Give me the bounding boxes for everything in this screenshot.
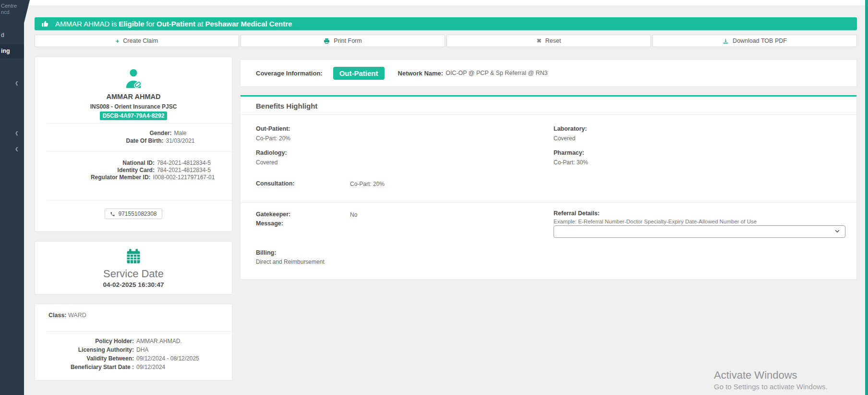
pharmacy-value: Co-Part: 30% [554, 159, 588, 166]
billing-label: Billing: [256, 249, 276, 256]
divider [241, 202, 856, 203]
chevron-left-icon[interactable]: ❮ [15, 81, 23, 86]
coverage-info-card: Coverage Information: Out-Patient Networ… [240, 59, 857, 87]
action-toolbar: + Create Claim Print Form ✖ Reset Downlo… [35, 35, 857, 47]
pharmacy-label: Pharmacy: [554, 149, 584, 156]
referral-hint: Example: E-Referral Number-Doctor Specia… [554, 219, 757, 224]
policy-holder-row: Policy Holder:AMMAR.AHMAD. [35, 338, 232, 345]
beneficiary-start-label: Beneficiary Start Date : [35, 364, 134, 370]
right-accent-strip [865, 0, 868, 395]
patient-name: AMMAR AHMAD [35, 93, 232, 100]
sidebar-corner-decoration [24, 0, 30, 23]
print-form-button[interactable]: Print Form [241, 35, 445, 47]
policy-card: Class: WARD Policy Holder:AMMAR.AHMAD. L… [35, 304, 232, 381]
laboratory-value: Covered [554, 135, 575, 142]
patient-card: AMMAR AHMAD INS008 - Orient Insurance PJ… [35, 57, 232, 232]
validity-between-label: Validity Between: [35, 355, 134, 362]
divider [47, 151, 232, 152]
sidebar: Centre ncd d ing ❮ ❮ ❮ [0, 0, 24, 395]
reset-label: Reset [545, 37, 561, 44]
benefits-highlight-card: Benefits Highlight Out-Patient: Co-Part:… [240, 95, 857, 280]
coverage-info-label: Coverage Information: [256, 70, 323, 77]
eligibility-banner: AMMAR AHMAD is Eligible for Out-Patient … [35, 17, 857, 30]
phone-icon [110, 211, 115, 217]
top-white-strip [24, 0, 868, 5]
banner-coverage: Out-Patient [157, 20, 195, 28]
calendar-icon [35, 247, 232, 267]
gender-label: Gender: [80, 130, 171, 136]
printer-icon [324, 38, 330, 44]
reset-x-icon: ✖ [537, 37, 542, 44]
identity-card-value: 784-2021-4812834-5 [157, 167, 211, 173]
create-claim-button[interactable]: + Create Claim [35, 35, 239, 47]
licensing-authority-row: Licensing Authority:DHA [35, 346, 232, 353]
network-name-value: OIC-OP @ PCP & Sp Referral @ RN3 [446, 70, 547, 76]
billing-value: Direct and Reimbursement [256, 259, 325, 265]
print-form-label: Print Form [334, 37, 362, 44]
banner-provider: Peshawar Medical Centre [205, 20, 292, 28]
class-label: Class: [48, 312, 67, 319]
sidebar-item-active[interactable]: ing [0, 44, 24, 58]
banner-text: at [197, 20, 204, 28]
thumbs-up-icon [41, 20, 49, 28]
download-icon [723, 38, 729, 44]
consultation-label: Consultation: [256, 180, 295, 187]
policy-holder-label: Policy Holder: [35, 338, 134, 345]
gender-value: Male [174, 130, 186, 136]
gatekeeper-label: Gatekeeper: [256, 211, 290, 218]
radiology-label: Radiology: [256, 149, 287, 156]
service-date-title: Service Date [35, 268, 232, 280]
message-label: Message: [256, 220, 283, 227]
national-id-row: National ID:784-2021-4812834-5 [35, 160, 232, 166]
divider [47, 331, 232, 332]
out-patient-label: Out-Patient: [256, 125, 290, 132]
divider [241, 114, 856, 115]
chevron-down-icon [834, 228, 840, 235]
watermark-line2: Go to Settings to activate Windows. [714, 383, 828, 391]
network-name-label: Network Name: [398, 70, 444, 77]
chevron-left-icon[interactable]: ❮ [15, 147, 23, 151]
national-id-value: 784-2021-4812834-5 [157, 160, 211, 166]
consultation-value: Co-Part: 20% [350, 181, 385, 187]
radiology-value: Covered [256, 159, 277, 166]
out-patient-value: Co-Part: 20% [256, 135, 290, 142]
sidebar-item-partial: ncd [1, 9, 23, 15]
create-claim-label: Create Claim [123, 37, 158, 44]
dob-row: Date Of Birth:31/03/2021 [35, 137, 232, 144]
member-id-badge: D5CB-4A97-79A4-8292 [100, 111, 168, 120]
windows-activation-watermark: Activate Windows Go to Settings to activ… [714, 369, 828, 391]
divider [47, 200, 232, 200]
policy-holder-value: AMMAR.AHMAD. [136, 338, 182, 345]
patient-avatar-icon [35, 68, 232, 92]
sidebar-item-active-label: ing [1, 48, 10, 54]
chevron-left-icon[interactable]: ❮ [15, 131, 23, 136]
divider [47, 123, 232, 123]
reset-button[interactable]: ✖ Reset [446, 35, 651, 47]
sidebar-item[interactable]: d [1, 32, 23, 38]
validity-between-row: Validity Between:09/12/2024 - 08/12/2025 [35, 355, 232, 362]
identity-card-row: Identity Card:784-2021-4812834-5 [35, 167, 232, 173]
sidebar-item-partial: Centre [1, 3, 23, 9]
class-row: Class: WARD [48, 312, 86, 319]
service-date-value: 04-02-2025 16:30:47 [35, 281, 232, 288]
referral-details-select[interactable] [554, 225, 845, 238]
phone-button[interactable]: 971551082308 [105, 209, 162, 219]
benefits-title: Benefits Highlight [256, 102, 317, 110]
regulator-id-value: I008-002-121797167-01 [153, 174, 215, 181]
dob-value: 31/03/2021 [166, 137, 194, 144]
coverage-type-badge: Out-Patient [333, 67, 385, 80]
gatekeeper-value: No [350, 211, 357, 218]
banner-text: for [146, 20, 155, 28]
referral-details-label: Referral Details: [554, 210, 600, 217]
download-tob-pdf-button[interactable]: Download TOB PDF [652, 35, 857, 47]
dob-label: Date Of Birth: [72, 137, 163, 144]
licensing-authority-value: DHA [136, 346, 148, 353]
download-tob-pdf-label: Download TOB PDF [733, 37, 787, 44]
laboratory-label: Laboratory: [554, 125, 587, 132]
identity-card-label: Identity Card: [56, 167, 155, 173]
beneficiary-start-row: Beneficiary Start Date :09/12/2024 [35, 364, 232, 370]
eligibility-page: Centre ncd d ing ❮ ❮ ❮ AMMAR AHMAD is El… [0, 0, 868, 395]
banner-text: is [111, 20, 117, 28]
service-date-card: Service Date 04-02-2025 16:30:47 [35, 241, 232, 295]
regulator-id-row: Regulator Member ID:I008-002-121797167-0… [35, 174, 232, 181]
